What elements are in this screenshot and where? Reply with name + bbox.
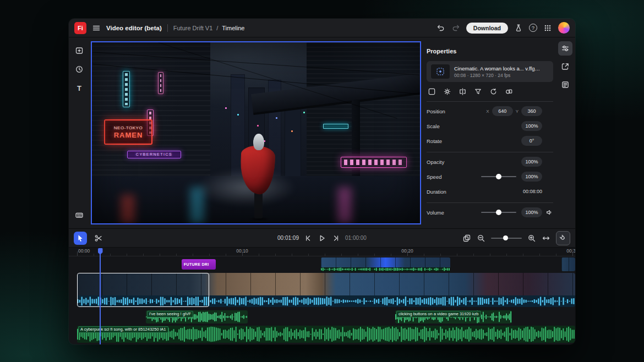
ruler-label: 00:30 — [566, 248, 575, 254]
opacity-input[interactable]: 100% — [521, 157, 542, 167]
export-tab-button[interactable] — [558, 59, 572, 74]
panel-notes-icon — [561, 80, 570, 89]
breadcrumb-page: Timeline — [222, 25, 244, 31]
hamburger-menu-icon[interactable] — [92, 24, 101, 32]
step-forward-button[interactable] — [331, 234, 340, 243]
sign-ramen-text: RAMEN — [114, 131, 143, 139]
woman-figure — [239, 134, 278, 223]
undo-icon[interactable] — [436, 24, 445, 32]
clip-info-card[interactable]: Cinematic. A woman looks a... v.ffgenvid… — [427, 61, 553, 82]
section-divider — [427, 101, 553, 102]
scissors-icon — [94, 234, 103, 243]
preview-frame: NEO-TOKYO RAMEN CYBERNETICS — [92, 42, 420, 223]
keyboard-shortcuts-button[interactable] — [73, 209, 86, 222]
select-tool-button[interactable] — [74, 232, 87, 245]
speed-slider-knob[interactable] — [496, 174, 501, 179]
volume-row: Volume 100% — [427, 207, 553, 218]
zoom-slider-knob[interactable] — [503, 235, 508, 240]
apps-grid-icon[interactable] — [543, 24, 552, 32]
settings-gear-icon[interactable] — [443, 87, 451, 96]
redo-icon[interactable] — [451, 24, 460, 32]
speaker-icon[interactable] — [545, 209, 553, 216]
clip-audio-waveform — [77, 295, 575, 307]
firefly-logo[interactable]: Fi — [74, 22, 86, 34]
snap-toggle-button[interactable] — [556, 231, 570, 245]
split-tool-button[interactable] — [92, 232, 105, 245]
fit-timeline-button[interactable] — [542, 234, 550, 243]
breadcrumb: Future Drift V1 / Timeline — [173, 25, 245, 31]
filter-icon[interactable] — [474, 87, 482, 96]
step-back-button[interactable] — [304, 234, 313, 243]
properties-tab-button[interactable] — [558, 41, 572, 56]
zoom-slider[interactable] — [491, 238, 522, 239]
position-row: Position X 640 Y 360 — [427, 106, 553, 117]
right-toolbar — [555, 41, 575, 92]
user-avatar[interactable] — [558, 22, 570, 34]
duration-row: Duration 00:08:00 — [427, 186, 553, 197]
media-info-tab-button[interactable] — [558, 78, 572, 92]
sfx-clip-1[interactable]: I've been seeing ! glVF — [146, 310, 248, 323]
rotate-row: Rotate 0° — [427, 135, 553, 146]
current-timecode: 00:01:09 — [277, 235, 299, 241]
ruler-label: 00:10 — [236, 248, 248, 254]
generated-video-icon — [436, 67, 445, 76]
flip-icon[interactable] — [459, 87, 467, 96]
sfx-clip-2[interactable]: clicking buttons on a video game 31920 k… — [395, 310, 512, 323]
video-clip-overlay[interactable] — [321, 257, 450, 271]
video-preview[interactable]: NEO-TOKYO RAMEN CYBERNETICS — [91, 41, 421, 224]
mask-icon[interactable] — [505, 87, 513, 96]
opacity-row: Opacity 100% — [427, 156, 553, 167]
history-clock-icon — [75, 65, 84, 74]
speed-slider[interactable] — [481, 176, 516, 177]
top-bar: Fi Video editor (beta) Future Drift V1 /… — [69, 19, 575, 37]
history-button[interactable] — [73, 63, 86, 76]
music-clip[interactable]: A cyberpunk sci fi song, with or 8512432… — [77, 326, 575, 343]
opacity-label: Opacity — [427, 159, 521, 165]
duration-value: 00:08:00 — [523, 189, 542, 194]
breadcrumb-separator: / — [216, 25, 218, 31]
left-toolbar: T — [69, 37, 90, 228]
volume-slider-knob[interactable] — [496, 210, 501, 215]
scale-row: Scale 100% — [427, 120, 553, 131]
volume-slider[interactable] — [481, 212, 516, 213]
scale-input[interactable]: 100% — [521, 121, 542, 131]
download-button[interactable]: Download — [466, 23, 508, 34]
main-video-clip[interactable] — [77, 273, 575, 307]
timeline-view-controls — [462, 231, 570, 245]
beaker-icon[interactable] — [514, 24, 523, 32]
help-icon[interactable]: ? — [529, 24, 537, 32]
export-icon — [561, 62, 570, 71]
timeline-ruler[interactable]: 00:00 00:10 00:20 00:30 — [69, 248, 575, 256]
street-reflection-red — [121, 195, 135, 223]
speed-input[interactable]: 100% — [521, 172, 542, 182]
frame-icon[interactable] — [428, 87, 436, 96]
rotate-input[interactable]: 0° — [521, 136, 542, 146]
refresh-icon[interactable] — [489, 87, 498, 96]
text-clip-future-drift[interactable]: FUTURE DRI — [182, 259, 216, 270]
music-clip-label: A cyberpunk sci fi song, with or 8512432… — [78, 326, 168, 333]
title-divider — [167, 24, 168, 32]
speed-label: Speed — [427, 174, 481, 180]
playback-controls: 00:01:09 01:00:00 — [277, 234, 367, 243]
top-bar-left: Fi Video editor (beta) Future Drift V1 /… — [74, 22, 244, 34]
magnet-icon — [559, 234, 567, 243]
neon-sign-vertical-cyan — [123, 71, 130, 107]
timeline-panel: 00:01:09 01:00:00 — [69, 228, 575, 344]
overlay-tracks-icon[interactable] — [462, 234, 471, 243]
text-tool-button[interactable]: T — [73, 81, 86, 95]
neon-sign-right-pink — [341, 157, 407, 168]
neon-sign-small-cyan — [323, 124, 348, 129]
zoom-in-button[interactable] — [527, 234, 536, 243]
position-y-input[interactable]: 360 — [521, 106, 542, 116]
scene-distant-neon — [225, 107, 227, 109]
clip-text-block: Cinematic. A woman looks a... v.ffgenvid… — [454, 65, 541, 78]
breadcrumb-project[interactable]: Future Drift V1 — [173, 25, 213, 31]
play-button[interactable] — [318, 234, 326, 243]
volume-input[interactable]: 100% — [521, 207, 542, 217]
video-clip-fragment[interactable] — [561, 257, 575, 271]
properties-panel: Properties Cinematic. A woman looks a...… — [427, 41, 553, 227]
add-media-button[interactable] — [73, 44, 86, 57]
zoom-out-button[interactable] — [477, 234, 485, 243]
position-x-input[interactable]: 640 — [492, 106, 513, 116]
playhead[interactable] — [100, 248, 101, 344]
